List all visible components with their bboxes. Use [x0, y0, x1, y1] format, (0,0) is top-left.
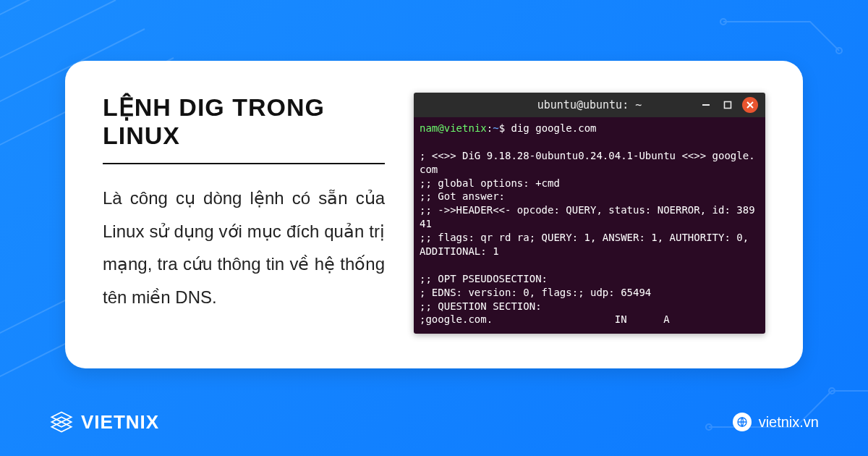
footer: VIETNIX vietnix.vn [49, 410, 819, 434]
info-card: LỆNH DIG TRONG LINUX Là công cụ dòng lện… [65, 61, 803, 368]
svg-point-1 [836, 48, 842, 54]
maximize-icon[interactable] [720, 98, 735, 112]
terminal-title: ubuntu@ubuntu: ~ [537, 98, 642, 111]
text-column: LỆNH DIG TRONG LINUX Là công cụ dòng lện… [103, 93, 385, 334]
site-link[interactable]: vietnix.vn [733, 413, 819, 431]
terminal-titlebar: ubuntu@ubuntu: ~ [414, 93, 765, 117]
page-title: LỆNH DIG TRONG LINUX [103, 93, 385, 150]
terminal-prompt-line: nam@vietnix:~$ dig google.com [420, 122, 760, 135]
brand-logo: VIETNIX [49, 410, 159, 434]
svg-point-0 [720, 19, 726, 25]
globe-icon [733, 413, 752, 431]
svg-rect-5 [725, 102, 731, 109]
description-text: Là công cụ dòng lệnh có sẵn của Linux sử… [103, 182, 385, 313]
terminal-body: nam@vietnix:~$ dig google.com ; <<>> DiG… [414, 117, 765, 334]
terminal-output: ; <<>> DiG 9.18.28-0ubuntu0.24.04.1-Ubun… [420, 135, 760, 326]
close-icon[interactable] [742, 97, 758, 113]
terminal-window: ubuntu@ubuntu: ~ nam@vietnix:~$ dig goog… [414, 93, 765, 334]
svg-point-3 [829, 388, 835, 394]
brand-name: VIETNIX [81, 411, 159, 434]
brand-mark-icon [49, 410, 74, 434]
divider [103, 163, 385, 164]
site-url: vietnix.vn [759, 414, 819, 431]
minimize-icon[interactable] [699, 98, 713, 112]
